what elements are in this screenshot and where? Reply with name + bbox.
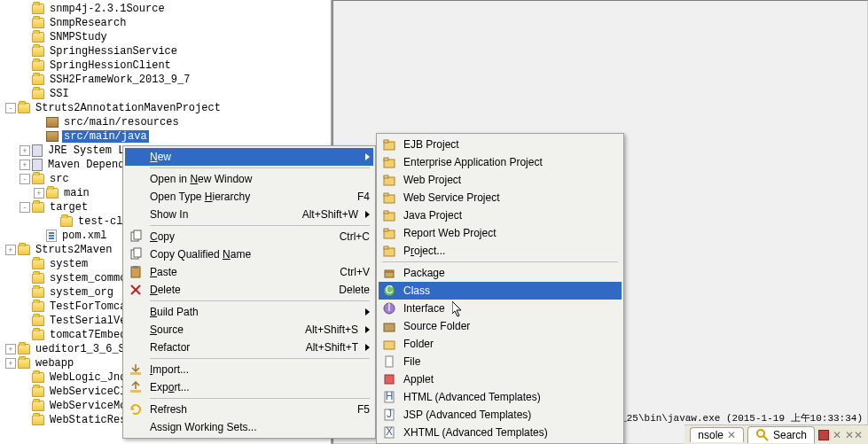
menu-shortcut: Alt+Shift+W (302, 208, 358, 221)
console-tab[interactable]: nsole ✕ (690, 427, 744, 442)
tree-item-label: target (48, 201, 90, 214)
search-tab[interactable]: Search (747, 426, 815, 443)
expander-icon[interactable]: - (20, 174, 30, 184)
menu-item-label: Web Project (403, 174, 618, 186)
menu-item[interactable]: Open Type HierarchyF4 (125, 188, 373, 206)
tree-item[interactable]: SNMPStudy (0, 30, 331, 44)
new-submenu[interactable]: EJB ProjectEnterprise Application Projec… (376, 133, 624, 444)
tree-item-label: src/main/resources (62, 116, 181, 129)
expander-icon[interactable]: + (34, 188, 44, 199)
tree-item[interactable]: SpringHessionClient (0, 58, 331, 73)
tree-item-label: main (62, 187, 91, 199)
menu-item[interactable]: Source Folder (379, 317, 622, 335)
context-menu[interactable]: NewOpen in New WindowOpen Type Hierarchy… (122, 145, 376, 439)
proj-icon (382, 137, 396, 152)
expander-icon (20, 287, 30, 298)
menu-item[interactable]: SourceAlt+Shift+S (125, 321, 373, 339)
tree-item[interactable]: src/main/resources (0, 115, 331, 129)
expander-icon[interactable]: + (20, 160, 30, 170)
menu-item[interactable]: Web Service Project (379, 189, 622, 206)
menu-item[interactable]: IInterface (379, 300, 622, 317)
expander-icon[interactable]: + (5, 245, 16, 255)
folder-icon (32, 287, 44, 298)
menu-item-label: Copy Qualified Name (150, 248, 370, 261)
menu-item[interactable]: RefreshF5 (125, 401, 373, 418)
search-icon (755, 428, 770, 442)
remove-launch-icon[interactable]: ✕ (833, 429, 841, 441)
proj-icon (382, 244, 396, 258)
tree-item[interactable]: SnmpResearch (0, 16, 331, 30)
menu-item-label: HTML (Advanced Templates) (403, 391, 618, 403)
menu-item-label: Assign Working Sets... (150, 421, 370, 433)
tree-item[interactable]: snmp4j-2.3.1Source (0, 2, 331, 16)
jar-icon (32, 144, 43, 157)
menu-item[interactable]: Assign Working Sets... (125, 418, 373, 436)
tree-item[interactable]: src/main/java (0, 129, 331, 144)
menu-item[interactable]: Java Project (379, 206, 622, 224)
tree-item-label: SNMPStudy (48, 31, 109, 43)
menu-item[interactable]: Applet (379, 370, 622, 388)
menu-item[interactable]: Import... (125, 361, 373, 378)
menu-item[interactable]: JJSP (Advanced Templates) (379, 406, 622, 424)
tree-item[interactable]: SSH2FrameWork_2013_9_7 (0, 73, 331, 87)
menu-item[interactable]: DeleteDelete (125, 281, 373, 299)
remove-all-icon[interactable]: ✕✕ (845, 429, 863, 441)
tree-item[interactable]: SpringHessianService (0, 44, 331, 58)
expander-icon (20, 315, 30, 326)
menu-item[interactable]: Enterprise Application Project (379, 153, 622, 171)
menu-separator (382, 261, 618, 262)
menu-item[interactable]: File (379, 353, 622, 370)
expander-icon (20, 60, 30, 71)
xml-icon (46, 230, 57, 242)
menu-item-label: XHTML (Advanced Templates) (403, 426, 618, 439)
menu-item[interactable]: EJB Project (379, 136, 622, 153)
blank-icon (129, 190, 143, 204)
expander-icon[interactable]: - (5, 103, 16, 113)
terminate-button[interactable] (818, 430, 829, 440)
menu-item[interactable]: Package (379, 264, 622, 282)
tree-item[interactable]: SSI (0, 87, 331, 101)
expander-icon[interactable]: - (20, 202, 30, 213)
menu-item[interactable]: New (125, 148, 373, 166)
menu-item[interactable]: Report Web Project (379, 224, 622, 242)
menu-item[interactable]: CClass (379, 282, 622, 300)
menu-item[interactable]: Project... (379, 242, 622, 260)
menu-item-label: Interface (403, 302, 618, 315)
tree-item[interactable]: -Struts2AnnotationMavenProject (0, 101, 331, 115)
html-icon: H (382, 390, 396, 404)
expander-icon[interactable]: + (20, 145, 30, 156)
expander-icon[interactable]: + (5, 358, 16, 369)
menu-item[interactable]: XXHTML (Advanced Templates) (379, 424, 622, 441)
menu-item[interactable]: Build Path (125, 303, 373, 321)
folder-icon (46, 188, 59, 199)
menu-item[interactable]: Web Project (379, 171, 622, 189)
expander-icon (20, 32, 30, 43)
svg-rect-17 (384, 193, 388, 196)
svg-rect-23 (384, 246, 388, 249)
folder-icon (32, 60, 44, 71)
tree-item-label: SnmpResearch (48, 17, 128, 29)
close-icon[interactable]: ✕ (727, 429, 736, 441)
folder-icon (18, 344, 30, 354)
menu-item-label: Copy (150, 230, 329, 243)
expander-icon[interactable]: + (5, 344, 16, 354)
menu-item[interactable]: PasteCtrl+V (125, 263, 373, 281)
svg-line-41 (763, 436, 768, 440)
menu-item[interactable]: RefactorAlt+Shift+T (125, 339, 373, 356)
blank-icon (129, 420, 143, 434)
menu-shortcut: Ctrl+C (340, 230, 370, 243)
menu-item-label: Package (403, 267, 618, 279)
menu-item[interactable]: HHTML (Advanced Templates) (379, 388, 622, 406)
menu-item-label: Project... (403, 245, 618, 257)
menu-item[interactable]: Folder (379, 335, 622, 353)
folder-icon (32, 46, 44, 57)
src-icon (46, 117, 59, 128)
applet-icon (382, 372, 396, 386)
menu-item[interactable]: Export... (125, 378, 373, 396)
svg-rect-1 (134, 230, 141, 239)
menu-item[interactable]: Open in New Window (125, 170, 373, 188)
expander-icon (20, 386, 30, 397)
menu-item[interactable]: Show InAlt+Shift+W (125, 206, 373, 223)
menu-item[interactable]: CopyCtrl+C (125, 228, 373, 245)
menu-item[interactable]: Copy Qualified Name (125, 245, 373, 263)
